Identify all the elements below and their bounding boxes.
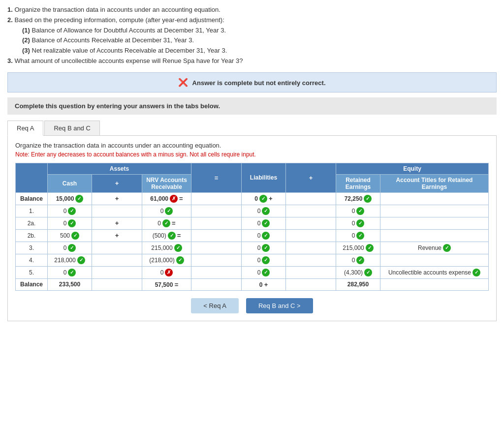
instructions-section: 1. Organize the transaction data in acco… <box>7 5 497 66</box>
check-icon: ✓ <box>262 244 270 252</box>
check-icon: ✓ <box>364 269 372 276</box>
equals-cell <box>191 229 242 242</box>
check-icon: ✓ <box>75 195 83 203</box>
cash-cell: 0 ✓ <box>48 242 92 254</box>
title-cell <box>380 254 489 266</box>
table-row: 3. 0 ✓ 215,000 ✓ <box>16 242 489 254</box>
cash-cell: 15,000 ✓ <box>48 192 92 205</box>
liab-cell: 0 ✓ + <box>242 192 286 205</box>
equals-cell <box>191 266 242 278</box>
plus2-cell <box>286 266 336 278</box>
nrv-cell: 0 ✗ <box>142 266 191 278</box>
equals-cell <box>191 278 242 290</box>
check-icon: ✓ <box>472 269 480 276</box>
table-row: 1. 0 ✓ 0 ✓ 0 ✓ <box>16 205 489 217</box>
table-row: 2b. 500 ✓ + (500) ✓ = <box>16 229 489 242</box>
plus2-cell <box>286 217 336 229</box>
check-icon: ✓ <box>168 232 176 240</box>
cash-cell: 233,500 <box>48 278 92 290</box>
prev-button[interactable]: < Req A <box>191 298 239 313</box>
nrv-cell: (218,000) ✓ <box>142 254 191 266</box>
tab-req-a[interactable]: Req A <box>7 121 43 136</box>
x-icon: ✗ <box>165 269 173 276</box>
header-retained: Retained Earnings <box>336 174 380 192</box>
check-icon: ✓ <box>262 269 270 276</box>
plus-cell <box>92 242 142 254</box>
event-cell: 4. <box>16 254 48 266</box>
table-wrapper: Assets = Liabilities + Equity <box>15 163 489 291</box>
cash-cell: 0 ✓ <box>48 266 92 278</box>
retained-cell: 0 ✓ <box>336 229 380 242</box>
title-cell <box>380 205 489 217</box>
cash-cell: 500 ✓ <box>48 229 92 242</box>
nrv-cell: 0 ✓ = <box>142 217 191 229</box>
header-cash: Cash <box>48 174 92 192</box>
plus-cell <box>92 254 142 266</box>
retained-cell: 0 ✓ <box>336 254 380 266</box>
equals-cell <box>191 254 242 266</box>
x-icon: ✗ <box>170 195 178 203</box>
complete-text: Complete this question by entering your … <box>15 102 220 110</box>
header-equals-top: = <box>191 163 242 192</box>
table-row: Balance 15,000 ✓ + 61,000 ✗ = <box>16 192 489 205</box>
check-icon: ✓ <box>176 256 184 264</box>
equals-cell <box>191 217 242 229</box>
check-icon: ✓ <box>259 195 267 203</box>
title-cell <box>380 192 489 205</box>
check-icon: ✓ <box>174 244 182 252</box>
title-cell: Uncollectible accounts expense ✓ <box>380 266 489 278</box>
check-icon: ✓ <box>356 207 364 215</box>
title-cell <box>380 229 489 242</box>
plus-cell <box>92 278 142 290</box>
liab-cell: 0 ✓ <box>242 242 286 254</box>
tabs-container: Req A Req B and C <box>7 121 497 136</box>
tab-note: Note: Enter any decreases to account bal… <box>15 151 489 158</box>
plus-cell <box>92 266 142 278</box>
nrv-cell: 57,500 = <box>142 278 191 290</box>
check-icon: ✓ <box>356 256 364 264</box>
event-cell: Balance <box>16 278 48 290</box>
title-cell <box>380 278 489 290</box>
table-row: 2a. 0 ✓ + 0 ✓ = <box>16 217 489 229</box>
plus2-cell <box>286 229 336 242</box>
cash-cell: 0 ✓ <box>48 205 92 217</box>
liab-cell: 0 ✓ <box>242 217 286 229</box>
table-row: 4. 218,000 ✓ (218,000) ✓ <box>16 254 489 266</box>
event-cell: Balance <box>16 192 48 205</box>
check-icon: ✓ <box>165 207 173 215</box>
table-row: 5. 0 ✓ 0 ✗ 0 ✓ <box>16 266 489 278</box>
check-icon: ✓ <box>68 219 76 227</box>
check-icon: ✓ <box>366 244 374 252</box>
check-icon: ✓ <box>262 219 270 227</box>
liab-cell: 0 ✓ <box>242 229 286 242</box>
plus-cell: + <box>92 229 142 242</box>
plus2-cell <box>286 278 336 290</box>
cash-cell: 218,000 ✓ <box>48 254 92 266</box>
check-icon: ✓ <box>162 219 170 227</box>
alert-box: ❌ Answer is complete but not entirely co… <box>7 72 497 92</box>
check-icon: ✓ <box>356 219 364 227</box>
plus2-cell <box>286 192 336 205</box>
equals-cell <box>191 242 242 254</box>
plus2-cell <box>286 242 336 254</box>
check-icon: ✓ <box>68 244 76 252</box>
tab-instruction: Organize the transaction data in account… <box>15 142 489 149</box>
header-plus-assets: + <box>92 174 142 192</box>
retained-cell: 282,950 <box>336 278 380 290</box>
liab-cell: 0 ✓ <box>242 205 286 217</box>
table-row: Balance 233,500 57,500 = 0 + 282,950 <box>16 278 489 290</box>
tab-req-b-c[interactable]: Req B and C <box>44 121 99 135</box>
check-icon: ✓ <box>262 256 270 264</box>
event-cell: 5. <box>16 266 48 278</box>
plus-cell: + <box>92 217 142 229</box>
check-icon: ✓ <box>443 244 451 252</box>
tab-content: Organize the transaction data in account… <box>7 136 497 321</box>
event-cell: 1. <box>16 205 48 217</box>
plus2-cell <box>286 205 336 217</box>
complete-box: Complete this question by entering your … <box>7 97 497 115</box>
plus-cell <box>92 205 142 217</box>
next-button[interactable]: Req B and C > <box>246 298 313 313</box>
title-cell <box>380 217 489 229</box>
liab-cell: 0 + <box>242 278 286 290</box>
cash-cell: 0 ✓ <box>48 217 92 229</box>
